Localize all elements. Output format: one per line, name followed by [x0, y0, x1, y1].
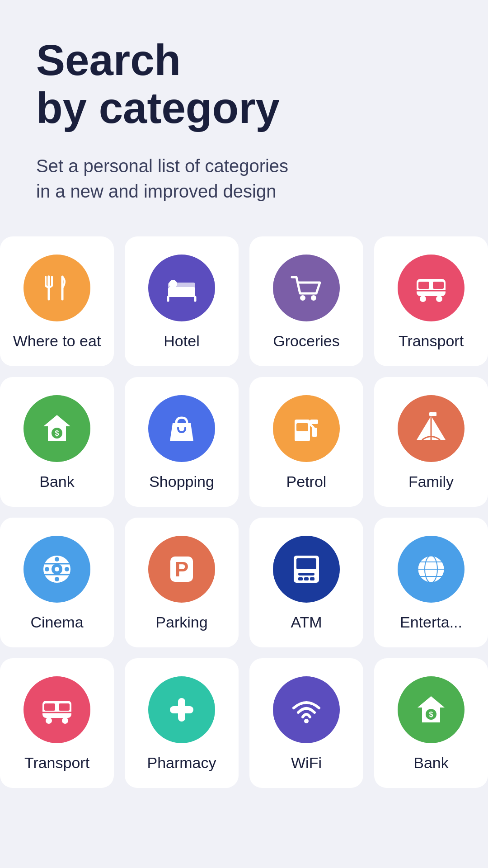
svg-point-11: [311, 295, 316, 301]
svg-text:P: P: [175, 557, 189, 581]
hotel-icon: [148, 255, 215, 321]
svg-point-60: [304, 719, 309, 723]
svg-point-34: [65, 567, 69, 571]
shopping-label: Shopping: [149, 473, 214, 491]
svg-rect-5: [168, 287, 195, 297]
where-to-eat-icon: [23, 255, 90, 321]
grid-row-1: Where to eat Hotel: [0, 231, 488, 372]
grid-row-3: Cinema P Parking: [0, 512, 488, 653]
svg-rect-59: [170, 706, 193, 713]
transport-label: Transport: [399, 332, 464, 350]
svg-rect-22: [310, 420, 318, 424]
wifi-icon: [273, 676, 340, 743]
bank2-label: Bank: [413, 754, 449, 772]
svg-rect-53: [59, 703, 70, 711]
page-title: Search by category: [36, 36, 452, 132]
bank-icon: $: [23, 395, 90, 462]
cinema-label: Cinema: [30, 613, 83, 631]
header: Search by category Set a personal list o…: [0, 0, 488, 231]
category-transport[interactable]: Transport: [374, 236, 488, 366]
svg-rect-24: [312, 428, 317, 437]
svg-rect-27: [431, 412, 436, 416]
category-petrol[interactable]: Petrol: [249, 377, 363, 507]
category-atm[interactable]: ATM: [249, 518, 363, 647]
category-hotel[interactable]: Hotel: [125, 236, 239, 366]
category-parking[interactable]: P Parking: [125, 518, 239, 647]
svg-point-10: [300, 295, 305, 301]
petrol-label: Petrol: [286, 473, 327, 491]
category-family[interactable]: Family: [374, 377, 488, 507]
svg-line-23: [310, 424, 314, 428]
bank2-icon: $: [398, 676, 465, 743]
cinema-icon: [23, 536, 90, 603]
category-groceries[interactable]: Groceries: [249, 236, 363, 366]
atm-icon: [273, 536, 340, 603]
svg-rect-21: [296, 423, 308, 431]
category-grid: Where to eat Hotel: [0, 231, 488, 793]
category-wifi[interactable]: WiFi: [249, 658, 363, 788]
svg-point-31: [55, 557, 59, 561]
entertainment-icon: [398, 536, 465, 603]
groceries-label: Groceries: [273, 332, 339, 350]
parking-icon: P: [148, 536, 215, 603]
petrol-icon: [273, 395, 340, 462]
transport-icon: [398, 255, 465, 321]
family-label: Family: [408, 473, 454, 491]
category-shopping[interactable]: Shopping: [125, 377, 239, 507]
groceries-icon: [273, 255, 340, 321]
svg-point-15: [420, 296, 426, 302]
entertainment-label: Enterta...: [400, 613, 462, 631]
bank-label: Bank: [39, 473, 75, 491]
svg-point-54: [46, 717, 52, 724]
transport2-icon: [23, 676, 90, 743]
category-bank2[interactable]: $ Bank: [374, 658, 488, 788]
svg-text:$: $: [55, 429, 59, 437]
transport2-label: Transport: [24, 754, 89, 772]
grid-row-2: $ Bank Shopping: [0, 372, 488, 512]
svg-rect-42: [298, 577, 303, 580]
where-to-eat-label: Where to eat: [13, 332, 101, 350]
pharmacy-label: Pharmacy: [147, 754, 216, 772]
svg-point-55: [62, 717, 68, 724]
family-icon: [398, 395, 465, 462]
svg-rect-40: [296, 558, 316, 569]
svg-point-16: [436, 296, 442, 302]
hotel-label: Hotel: [164, 332, 199, 350]
category-transport2[interactable]: Transport: [0, 658, 114, 788]
page-subtitle: Set a personal list of categories in a n…: [36, 153, 452, 204]
svg-rect-44: [310, 577, 314, 580]
shopping-icon: [148, 395, 215, 462]
grid-row-4: Transport Pharmacy: [0, 653, 488, 793]
svg-rect-14: [433, 282, 444, 289]
parking-label: Parking: [155, 613, 207, 631]
svg-point-30: [55, 567, 59, 571]
pharmacy-icon: [148, 676, 215, 743]
svg-rect-7: [169, 280, 177, 288]
category-pharmacy[interactable]: Pharmacy: [125, 658, 239, 788]
category-where-to-eat[interactable]: Where to eat: [0, 236, 114, 366]
category-entertainment[interactable]: Enterta...: [374, 518, 488, 647]
svg-rect-43: [304, 577, 309, 580]
svg-point-33: [45, 567, 49, 571]
svg-text:$: $: [429, 711, 433, 718]
category-bank[interactable]: $ Bank: [0, 377, 114, 507]
svg-rect-13: [418, 282, 429, 289]
atm-label: ATM: [291, 613, 322, 631]
svg-rect-41: [298, 573, 314, 576]
wifi-label: WiFi: [291, 754, 322, 772]
svg-rect-52: [44, 703, 55, 711]
category-cinema[interactable]: Cinema: [0, 518, 114, 647]
svg-point-32: [55, 577, 59, 581]
